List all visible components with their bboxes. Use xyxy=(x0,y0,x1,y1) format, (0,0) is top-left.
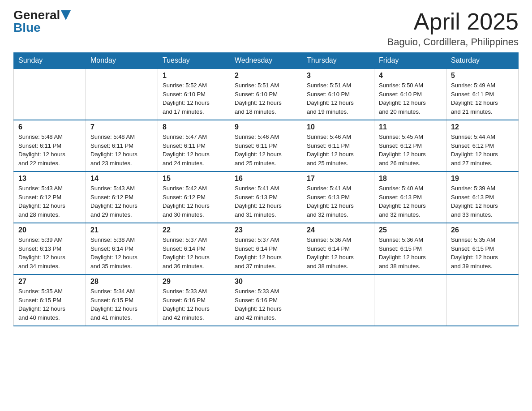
calendar-cell: 4Sunrise: 5:50 AM Sunset: 6:10 PM Daylig… xyxy=(374,68,446,120)
day-info: Sunrise: 5:47 AM Sunset: 6:11 PM Dayligh… xyxy=(163,133,225,167)
day-number: 30 xyxy=(235,278,297,286)
calendar-cell: 6Sunrise: 5:48 AM Sunset: 6:11 PM Daylig… xyxy=(14,120,86,171)
column-header-tuesday: Tuesday xyxy=(158,53,230,69)
day-info: Sunrise: 5:43 AM Sunset: 6:12 PM Dayligh… xyxy=(18,184,81,219)
calendar-cell xyxy=(374,274,446,326)
day-number: 7 xyxy=(90,123,153,131)
day-number: 26 xyxy=(451,226,514,234)
calendar-cell: 15Sunrise: 5:42 AM Sunset: 6:12 PM Dayli… xyxy=(158,171,230,223)
calendar-cell xyxy=(446,274,519,326)
logo-general-text: General xyxy=(13,9,60,21)
day-info: Sunrise: 5:48 AM Sunset: 6:11 PM Dayligh… xyxy=(18,133,81,167)
calendar-cell: 30Sunrise: 5:33 AM Sunset: 6:16 PM Dayli… xyxy=(230,274,302,326)
day-number: 28 xyxy=(90,278,153,286)
calendar-cell: 23Sunrise: 5:37 AM Sunset: 6:14 PM Dayli… xyxy=(230,223,302,274)
week-row-5: 27Sunrise: 5:35 AM Sunset: 6:15 PM Dayli… xyxy=(14,274,519,326)
day-info: Sunrise: 5:33 AM Sunset: 6:16 PM Dayligh… xyxy=(235,287,297,322)
page-header: General Blue April 2025 Baguio, Cordille… xyxy=(13,9,519,48)
day-number: 22 xyxy=(163,226,225,234)
week-row-4: 20Sunrise: 5:39 AM Sunset: 6:13 PM Dayli… xyxy=(14,223,519,274)
day-info: Sunrise: 5:33 AM Sunset: 6:16 PM Dayligh… xyxy=(163,287,225,322)
calendar-cell xyxy=(14,68,86,120)
day-number: 4 xyxy=(379,72,442,80)
day-number: 8 xyxy=(163,123,225,131)
day-info: Sunrise: 5:42 AM Sunset: 6:12 PM Dayligh… xyxy=(163,184,225,219)
day-number: 24 xyxy=(307,226,369,234)
calendar-cell: 5Sunrise: 5:49 AM Sunset: 6:11 PM Daylig… xyxy=(446,68,519,120)
column-header-wednesday: Wednesday xyxy=(230,53,302,69)
day-number: 3 xyxy=(307,72,369,80)
calendar-cell: 8Sunrise: 5:47 AM Sunset: 6:11 PM Daylig… xyxy=(158,120,230,171)
day-number: 15 xyxy=(163,175,225,183)
calendar-cell xyxy=(302,274,374,326)
calendar-cell: 14Sunrise: 5:43 AM Sunset: 6:12 PM Dayli… xyxy=(86,171,158,223)
calendar-header-row: SundayMondayTuesdayWednesdayThursdayFrid… xyxy=(14,53,519,69)
column-header-monday: Monday xyxy=(86,53,158,69)
day-info: Sunrise: 5:44 AM Sunset: 6:12 PM Dayligh… xyxy=(451,133,514,167)
day-info: Sunrise: 5:37 AM Sunset: 6:14 PM Dayligh… xyxy=(163,235,225,270)
column-header-saturday: Saturday xyxy=(446,53,519,69)
calendar-cell: 20Sunrise: 5:39 AM Sunset: 6:13 PM Dayli… xyxy=(14,223,86,274)
calendar-cell: 13Sunrise: 5:43 AM Sunset: 6:12 PM Dayli… xyxy=(14,171,86,223)
calendar-table: SundayMondayTuesdayWednesdayThursdayFrid… xyxy=(13,52,519,326)
day-info: Sunrise: 5:46 AM Sunset: 6:11 PM Dayligh… xyxy=(235,133,297,167)
day-info: Sunrise: 5:46 AM Sunset: 6:11 PM Dayligh… xyxy=(307,133,369,167)
day-info: Sunrise: 5:41 AM Sunset: 6:13 PM Dayligh… xyxy=(307,184,369,219)
day-number: 1 xyxy=(163,72,225,80)
calendar-cell: 28Sunrise: 5:34 AM Sunset: 6:15 PM Dayli… xyxy=(86,274,158,326)
day-info: Sunrise: 5:35 AM Sunset: 6:15 PM Dayligh… xyxy=(18,287,81,322)
week-row-3: 13Sunrise: 5:43 AM Sunset: 6:12 PM Dayli… xyxy=(14,171,519,223)
week-row-2: 6Sunrise: 5:48 AM Sunset: 6:11 PM Daylig… xyxy=(14,120,519,171)
calendar-cell: 11Sunrise: 5:45 AM Sunset: 6:12 PM Dayli… xyxy=(374,120,446,171)
day-number: 16 xyxy=(235,175,297,183)
calendar-cell xyxy=(86,68,158,120)
day-number: 20 xyxy=(18,226,81,234)
title-block: April 2025 Baguio, Cordillera, Philippin… xyxy=(387,9,519,48)
calendar-cell: 26Sunrise: 5:35 AM Sunset: 6:15 PM Dayli… xyxy=(446,223,519,274)
week-row-1: 1Sunrise: 5:52 AM Sunset: 6:10 PM Daylig… xyxy=(14,68,519,120)
day-info: Sunrise: 5:43 AM Sunset: 6:12 PM Dayligh… xyxy=(90,184,153,219)
calendar-cell: 27Sunrise: 5:35 AM Sunset: 6:15 PM Dayli… xyxy=(14,274,86,326)
day-number: 17 xyxy=(307,175,369,183)
logo: General Blue xyxy=(13,9,71,34)
day-info: Sunrise: 5:48 AM Sunset: 6:11 PM Dayligh… xyxy=(90,133,153,167)
day-info: Sunrise: 5:51 AM Sunset: 6:10 PM Dayligh… xyxy=(235,81,297,116)
day-number: 21 xyxy=(90,226,153,234)
column-header-sunday: Sunday xyxy=(14,53,86,69)
day-info: Sunrise: 5:38 AM Sunset: 6:14 PM Dayligh… xyxy=(90,235,153,270)
calendar-cell: 19Sunrise: 5:39 AM Sunset: 6:13 PM Dayli… xyxy=(446,171,519,223)
calendar-cell: 18Sunrise: 5:40 AM Sunset: 6:13 PM Dayli… xyxy=(374,171,446,223)
calendar-cell: 25Sunrise: 5:36 AM Sunset: 6:15 PM Dayli… xyxy=(374,223,446,274)
day-info: Sunrise: 5:52 AM Sunset: 6:10 PM Dayligh… xyxy=(163,81,225,116)
location-title: Baguio, Cordillera, Philippines xyxy=(387,36,519,48)
day-info: Sunrise: 5:45 AM Sunset: 6:12 PM Dayligh… xyxy=(379,133,442,167)
day-info: Sunrise: 5:37 AM Sunset: 6:14 PM Dayligh… xyxy=(235,235,297,270)
day-number: 25 xyxy=(379,226,442,234)
calendar-cell: 17Sunrise: 5:41 AM Sunset: 6:13 PM Dayli… xyxy=(302,171,374,223)
day-number: 23 xyxy=(235,226,297,234)
calendar-cell: 10Sunrise: 5:46 AM Sunset: 6:11 PM Dayli… xyxy=(302,120,374,171)
day-info: Sunrise: 5:50 AM Sunset: 6:10 PM Dayligh… xyxy=(379,81,442,116)
day-number: 11 xyxy=(379,123,442,131)
svg-marker-0 xyxy=(61,10,71,20)
day-info: Sunrise: 5:39 AM Sunset: 6:13 PM Dayligh… xyxy=(451,184,514,219)
day-info: Sunrise: 5:36 AM Sunset: 6:14 PM Dayligh… xyxy=(307,235,369,270)
calendar-cell: 24Sunrise: 5:36 AM Sunset: 6:14 PM Dayli… xyxy=(302,223,374,274)
day-info: Sunrise: 5:34 AM Sunset: 6:15 PM Dayligh… xyxy=(90,287,153,322)
calendar-cell: 16Sunrise: 5:41 AM Sunset: 6:13 PM Dayli… xyxy=(230,171,302,223)
calendar-cell: 1Sunrise: 5:52 AM Sunset: 6:10 PM Daylig… xyxy=(158,68,230,120)
column-header-thursday: Thursday xyxy=(302,53,374,69)
month-title: April 2025 xyxy=(387,9,519,34)
day-info: Sunrise: 5:40 AM Sunset: 6:13 PM Dayligh… xyxy=(379,184,442,219)
day-number: 18 xyxy=(379,175,442,183)
day-number: 19 xyxy=(451,175,514,183)
calendar-cell: 12Sunrise: 5:44 AM Sunset: 6:12 PM Dayli… xyxy=(446,120,519,171)
day-number: 6 xyxy=(18,123,81,131)
day-info: Sunrise: 5:49 AM Sunset: 6:11 PM Dayligh… xyxy=(451,81,514,116)
day-number: 9 xyxy=(235,123,297,131)
logo-icon xyxy=(61,10,71,20)
day-info: Sunrise: 5:35 AM Sunset: 6:15 PM Dayligh… xyxy=(451,235,514,270)
calendar-cell: 22Sunrise: 5:37 AM Sunset: 6:14 PM Dayli… xyxy=(158,223,230,274)
day-info: Sunrise: 5:39 AM Sunset: 6:13 PM Dayligh… xyxy=(18,235,81,270)
day-info: Sunrise: 5:41 AM Sunset: 6:13 PM Dayligh… xyxy=(235,184,297,219)
